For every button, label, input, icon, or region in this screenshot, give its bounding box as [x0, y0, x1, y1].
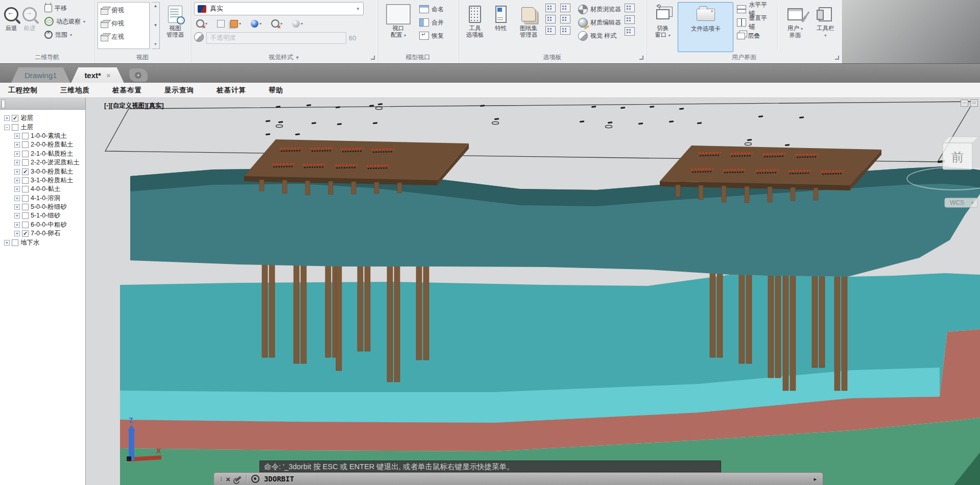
- tree-checkbox[interactable]: [12, 124, 18, 131]
- visual-style-dropdown[interactable]: 真实 ▼: [194, 2, 364, 15]
- material-editor-button[interactable]: 材质编辑器: [577, 16, 623, 29]
- palette-side-icon[interactable]: [625, 15, 635, 24]
- file-tabs-button[interactable]: 文件选项卡: [678, 2, 733, 52]
- menu-item[interactable]: 三维地质: [60, 86, 90, 95]
- material-browser-button[interactable]: 材质浏览器: [577, 3, 623, 15]
- lighting-quality-button[interactable]: ▾: [249, 19, 264, 29]
- menu-item[interactable]: 桩基计算: [217, 86, 246, 95]
- tree-expand-icon[interactable]: +: [14, 151, 20, 157]
- tree-item-label[interactable]: 5-1-0-细砂: [31, 211, 60, 220]
- named-viewports-button[interactable]: 命名: [418, 3, 445, 15]
- tree-expand-icon[interactable]: +: [14, 186, 20, 192]
- palette-side-icon[interactable]: [625, 4, 635, 12]
- drawing-viewport[interactable]: Z Y X 前 WCS ▼ [-][自定义视图][真实] — ▭ 命令: '_3…: [86, 98, 980, 485]
- opacity-toggle-button[interactable]: [194, 32, 204, 44]
- tree-checkbox[interactable]: ✓: [12, 115, 18, 122]
- tree-expand-icon[interactable]: +: [14, 196, 20, 201]
- expand-triangle-icon[interactable]: ▸: [814, 476, 817, 482]
- scroll-end-icon[interactable]: ⯆: [154, 42, 157, 47]
- pan-button[interactable]: 平移: [43, 2, 87, 14]
- forward-button[interactable]: → 前进: [21, 2, 38, 52]
- tree-checkbox[interactable]: [12, 239, 18, 246]
- tree-checkbox[interactable]: [22, 141, 29, 148]
- dialog-launcher-icon[interactable]: [371, 56, 375, 60]
- tree-item-label[interactable]: 7-0-0-卵石: [31, 229, 60, 238]
- file-tab[interactable]: Drawing1: [11, 67, 70, 83]
- palette-grid-icon[interactable]: [545, 4, 556, 12]
- viewport-controls-label[interactable]: [-][自定义视图][真实]: [104, 102, 164, 110]
- file-tab[interactable]: text*×: [71, 67, 124, 83]
- isolate-objects-button[interactable]: ▾: [194, 18, 209, 29]
- tree-expand-icon[interactable]: −: [4, 125, 10, 130]
- tree-panel-header[interactable]: [0, 98, 85, 110]
- viewcube-front-face[interactable]: 前: [951, 150, 964, 164]
- tree-item-label[interactable]: 2-0-0-粉质黏土: [31, 140, 73, 149]
- sheet-set-manager-button[interactable]: 图纸集管理器: [514, 2, 543, 52]
- properties-button[interactable]: 特性: [490, 2, 512, 52]
- tree-expand-icon[interactable]: +: [4, 115, 10, 121]
- tree-checkbox[interactable]: [22, 159, 29, 166]
- zoom-extents-button[interactable]: 范围 ▾: [43, 29, 87, 41]
- tree-checkbox[interactable]: ✓: [22, 230, 29, 237]
- palette-side-icon[interactable]: [625, 27, 635, 36]
- close-icon[interactable]: ×: [106, 71, 111, 80]
- menu-item[interactable]: 桩基布置: [112, 86, 142, 95]
- tree-checkbox[interactable]: [22, 212, 29, 219]
- tree-checkbox[interactable]: [22, 133, 29, 139]
- highlight-button[interactable]: ▾: [269, 18, 284, 29]
- wrench-icon[interactable]: [235, 476, 242, 481]
- tree-expand-icon[interactable]: +: [14, 160, 20, 165]
- tree-expand-icon[interactable]: +: [4, 240, 10, 246]
- scroll-up-icon[interactable]: ▲: [154, 4, 158, 8]
- tree-checkbox[interactable]: [22, 177, 29, 184]
- back-button[interactable]: ← 后退: [3, 2, 19, 52]
- xray-button[interactable]: [215, 19, 227, 29]
- tree-item-label[interactable]: 岩层: [20, 114, 33, 123]
- tree-checkbox[interactable]: [22, 186, 29, 192]
- tree-expand-icon[interactable]: +: [14, 169, 20, 175]
- tree-checkbox[interactable]: [22, 195, 29, 202]
- tree-expand-icon[interactable]: +: [14, 213, 20, 219]
- join-viewports-button[interactable]: 合并: [418, 16, 445, 29]
- view-list-item[interactable]: 仰视: [98, 17, 149, 30]
- tree-item-label[interactable]: 3-0-0-粉质黏土: [31, 167, 73, 176]
- tree-expand-icon[interactable]: +: [14, 178, 20, 183]
- user-interface-button[interactable]: 用户 ▾界面: [781, 2, 809, 52]
- palette-grid-icon[interactable]: [545, 26, 556, 35]
- toolbars-button[interactable]: 工具栏▾: [811, 2, 840, 52]
- menu-item[interactable]: 工程控制: [8, 86, 38, 95]
- viewport-config-button[interactable]: 视口配置 ▾: [381, 2, 416, 52]
- menu-item[interactable]: 帮助: [269, 86, 283, 95]
- tree-item-label[interactable]: 地下水: [20, 238, 40, 247]
- tree-expand-icon[interactable]: +: [14, 133, 20, 139]
- palette-grid-icon[interactable]: [560, 15, 570, 23]
- tree-expand-icon[interactable]: +: [14, 204, 20, 210]
- face-style-button[interactable]: ▾: [228, 19, 243, 29]
- view-manager-button[interactable]: 视图管理器: [162, 2, 188, 52]
- tree-checkbox[interactable]: ✓: [22, 168, 29, 175]
- tree-checkbox[interactable]: [22, 222, 29, 228]
- view-list-item[interactable]: 左视: [98, 30, 149, 43]
- scroll-down-icon[interactable]: ▼: [154, 23, 158, 28]
- tree-item-label[interactable]: 4-0-0-黏土: [31, 185, 60, 193]
- tree-item-label[interactable]: 4-1-0-溶洞: [31, 194, 60, 203]
- tree-item-label[interactable]: 2-1-0-黏质粉土: [31, 150, 73, 158]
- scene-3d-canvas[interactable]: Z Y X 前 WCS ▼: [86, 98, 980, 485]
- view-list-scrollbar[interactable]: ▲ ▼ ⯆: [152, 2, 159, 49]
- palette-grid-icon[interactable]: [560, 4, 570, 12]
- tree-checkbox[interactable]: [22, 204, 29, 210]
- menu-item[interactable]: 显示查询: [164, 86, 194, 95]
- palette-grid-icon[interactable]: [560, 26, 570, 35]
- tree-item-label[interactable]: 土层: [20, 123, 33, 132]
- switch-windows-button[interactable]: 切换窗口 ▾: [650, 2, 676, 52]
- tree-expand-icon[interactable]: +: [14, 142, 20, 148]
- view-list-item[interactable]: 俯视: [98, 4, 149, 17]
- tile-vertically-button[interactable]: 垂直平铺: [735, 16, 774, 29]
- tree-expand-icon[interactable]: +: [14, 231, 20, 236]
- tree-item-label[interactable]: 5-0-0-粉细砂: [31, 203, 67, 211]
- tree-checkbox[interactable]: [22, 151, 29, 157]
- restore-viewports-button[interactable]: 恢复: [418, 30, 445, 42]
- minimize-icon[interactable]: —: [961, 100, 968, 107]
- cascade-button[interactable]: 层叠: [735, 30, 774, 42]
- tree-item-label[interactable]: 1-0-0-素填土: [31, 132, 67, 140]
